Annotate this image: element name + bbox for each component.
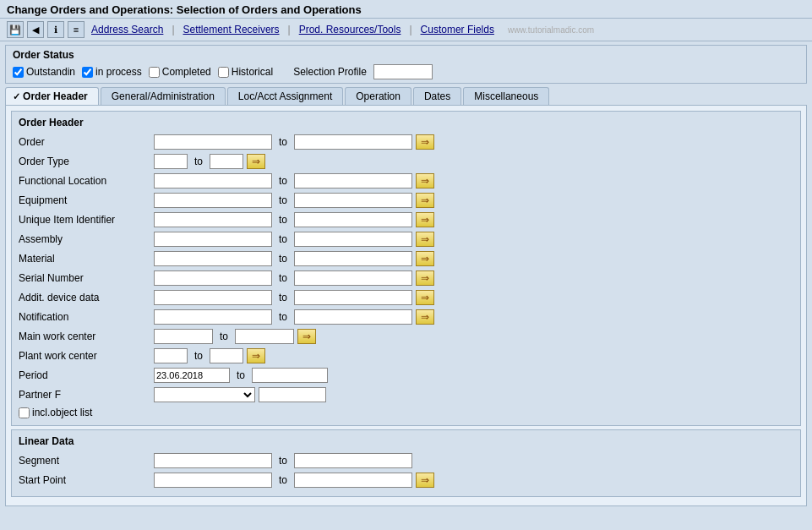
main-work-center-to-input[interactable]: [235, 329, 294, 344]
order-header-title: Order Header: [19, 117, 793, 128]
addit-device-from-input[interactable]: [154, 290, 272, 305]
equipment-to-label: to: [279, 194, 287, 206]
equipment-from-input[interactable]: [154, 193, 272, 208]
tab-general-administration[interactable]: General/Administration: [101, 87, 226, 105]
segment-from-input[interactable]: [154, 453, 272, 468]
assembly-from-input[interactable]: [154, 232, 272, 247]
title-bar: Change Orders and Operations: Selection …: [0, 0, 812, 19]
period-to-label: to: [237, 369, 245, 381]
unique-item-arrow-btn[interactable]: ⇒: [416, 212, 434, 227]
order-arrow-btn[interactable]: ⇒: [416, 134, 434, 150]
info-icon[interactable]: ℹ: [47, 21, 64, 38]
plant-work-center-from-input[interactable]: [154, 348, 188, 363]
order-type-to-label: to: [194, 156, 203, 167]
plant-work-center-to-input[interactable]: [210, 348, 243, 363]
functional-location-row: Functional Location to ⇒: [19, 172, 793, 189]
incl-object-list-label[interactable]: incl.object list: [32, 407, 92, 418]
in-process-checkbox[interactable]: [82, 67, 93, 78]
incl-object-list-checkbox[interactable]: [19, 407, 30, 418]
tab-loc-acct-assignment[interactable]: Loc/Acct Assignment: [227, 87, 343, 105]
plant-work-center-row: Plant work center to ⇒: [19, 347, 793, 364]
customer-fields-link[interactable]: Customer Fields: [421, 24, 494, 36]
back-icon[interactable]: ◀: [27, 21, 44, 38]
tab-operation[interactable]: Operation: [345, 87, 411, 105]
addit-device-to-input[interactable]: [294, 290, 412, 305]
order-type-from-input[interactable]: [154, 154, 188, 169]
order-header-section: Order Header Order to ⇒ Order Type to ⇒ …: [11, 111, 801, 426]
order-type-arrow-btn[interactable]: ⇒: [247, 154, 265, 169]
status-row: Outstandin in process Completed Historic…: [13, 64, 799, 79]
partner-f-select-container: [154, 387, 255, 402]
assembly-arrow-btn[interactable]: ⇒: [416, 232, 434, 247]
main-work-center-label: Main work center: [19, 331, 154, 342]
addit-device-arrow-btn[interactable]: ⇒: [416, 290, 434, 305]
menu-icon[interactable]: ≡: [68, 21, 84, 38]
order-to-input[interactable]: [294, 134, 412, 150]
serial-number-row: Serial Number to ⇒: [19, 270, 793, 287]
segment-to-input[interactable]: [294, 453, 412, 468]
start-point-arrow-btn[interactable]: ⇒: [416, 473, 434, 488]
in-process-label[interactable]: in process: [95, 66, 142, 78]
functional-location-label: Functional Location: [19, 175, 154, 187]
addit-device-label: Addit. device data: [19, 292, 154, 303]
functional-location-arrow-btn[interactable]: ⇒: [416, 173, 434, 189]
outstanding-checkbox[interactable]: [13, 67, 24, 78]
historical-checkbox[interactable]: [218, 67, 229, 78]
material-from-input[interactable]: [154, 251, 272, 266]
equipment-row: Equipment to ⇒: [19, 192, 793, 209]
address-search-link[interactable]: Address Search: [91, 24, 163, 36]
functional-location-from-input[interactable]: [154, 173, 272, 189]
save-icon[interactable]: 💾: [7, 21, 24, 38]
completed-checkbox[interactable]: [149, 67, 160, 78]
notification-to-label: to: [279, 311, 287, 323]
period-from-input[interactable]: [154, 368, 230, 383]
period-to-input[interactable]: [252, 368, 328, 383]
in-process-status: in process: [82, 66, 142, 78]
equipment-arrow-btn[interactable]: ⇒: [416, 193, 434, 208]
partner-f-select[interactable]: [154, 387, 255, 402]
tab-order-header[interactable]: Order Header: [5, 87, 99, 105]
separator-2: |: [288, 24, 291, 36]
notification-arrow-btn[interactable]: ⇒: [416, 309, 434, 325]
partner-f-input[interactable]: [259, 387, 326, 402]
assembly-to-input[interactable]: [294, 232, 412, 247]
order-type-to-input[interactable]: [210, 154, 243, 169]
partner-f-label: Partner F: [19, 389, 154, 401]
outstanding-label[interactable]: Outstandin: [26, 66, 75, 78]
notification-to-input[interactable]: [294, 309, 412, 325]
segment-label: Segment: [19, 455, 154, 467]
plant-work-center-to-label: to: [194, 350, 203, 362]
main-work-center-to-label: to: [220, 331, 228, 342]
order-from-input[interactable]: [154, 134, 272, 150]
selection-profile-input[interactable]: [373, 64, 433, 79]
material-arrow-btn[interactable]: ⇒: [416, 251, 434, 266]
plant-work-center-arrow-btn[interactable]: ⇒: [247, 348, 265, 363]
order-type-label: Order Type: [19, 156, 154, 167]
completed-label[interactable]: Completed: [162, 66, 211, 78]
unique-item-to-input[interactable]: [294, 212, 412, 227]
start-point-to-input[interactable]: [294, 473, 412, 488]
main-work-center-from-input[interactable]: [154, 329, 213, 344]
functional-location-to-input[interactable]: [294, 173, 412, 189]
main-work-center-arrow-btn[interactable]: ⇒: [297, 329, 316, 344]
main-content: Order Header Order to ⇒ Order Type to ⇒ …: [5, 105, 807, 506]
assembly-label: Assembly: [19, 233, 154, 245]
unique-item-from-input[interactable]: [154, 212, 272, 227]
start-point-row: Start Point to ⇒: [19, 472, 793, 489]
historical-label[interactable]: Historical: [232, 66, 273, 78]
notification-from-input[interactable]: [154, 309, 272, 325]
prod-resources-tools-link[interactable]: Prod. Resources/Tools: [299, 24, 401, 36]
serial-number-to-input[interactable]: [294, 270, 412, 286]
tab-dates[interactable]: Dates: [413, 87, 461, 105]
material-to-input[interactable]: [294, 251, 412, 266]
separator-1: |: [172, 24, 174, 36]
unique-item-label: Unique Item Identifier: [19, 214, 154, 226]
tab-miscellaneous[interactable]: Miscellaneous: [463, 87, 549, 105]
separator-3: |: [409, 24, 411, 36]
serial-number-arrow-btn[interactable]: ⇒: [416, 270, 434, 286]
serial-number-from-input[interactable]: [154, 270, 272, 286]
start-point-from-input[interactable]: [154, 473, 272, 488]
settlement-receivers-link[interactable]: Settlement Receivers: [183, 24, 280, 36]
order-type-row: Order Type to ⇒: [19, 153, 793, 170]
equipment-to-input[interactable]: [294, 193, 412, 208]
